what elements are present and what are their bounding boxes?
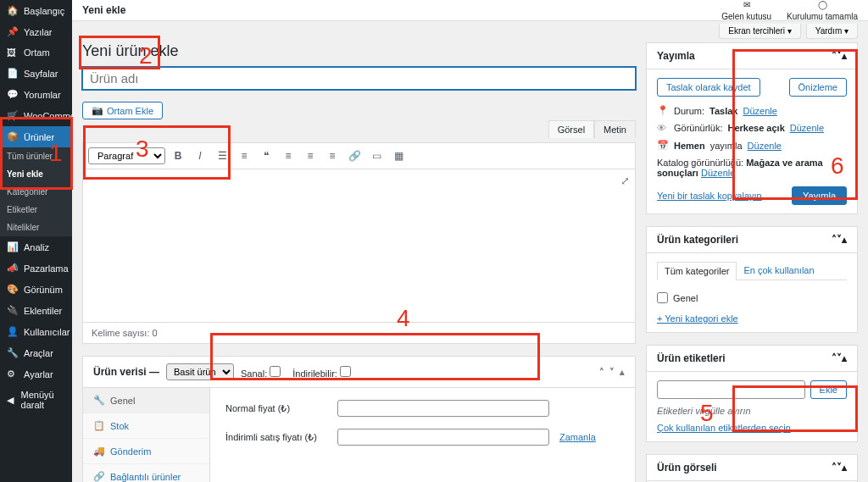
sub-attributes[interactable]: Nitelikler bbox=[0, 219, 72, 236]
home-icon: 🏠 bbox=[7, 5, 19, 16]
toggle-toolbar-button[interactable]: ▦ bbox=[389, 147, 408, 165]
sidebar-item-analytics[interactable]: 📊Analiz bbox=[0, 236, 72, 258]
sidebar-item-marketing[interactable]: 📣Pazarlama bbox=[0, 258, 72, 279]
cat-toggle-icon[interactable]: ▴ bbox=[842, 234, 847, 246]
editor-box: Paragraf B I ☰ ≡ ❝ ≡ ≡ ≡ 🔗 ▭ ▦ ⤢ Kelime … bbox=[82, 142, 636, 344]
pin-icon: 📌 bbox=[7, 26, 19, 37]
topbar: Yeni ekle ✉Gelen kutusu ◯Kurulumu tamaml… bbox=[72, 0, 868, 21]
sub-all-products[interactable]: Tüm ürünler bbox=[0, 147, 72, 165]
align-right-button[interactable]: ≡ bbox=[323, 147, 342, 165]
chart-icon: 📊 bbox=[7, 241, 19, 252]
cat-tab-all[interactable]: Tüm kategoriler bbox=[657, 262, 737, 280]
edit-catalog-link[interactable]: Düzenle bbox=[701, 168, 735, 178]
editor-tab-text[interactable]: Metin bbox=[594, 120, 636, 138]
pd-tab-inventory[interactable]: 📋 Stok bbox=[83, 413, 209, 439]
product-icon: 📦 bbox=[7, 131, 19, 142]
pd-tab-linked[interactable]: 🔗 Bağlantılı ürünler bbox=[83, 464, 209, 482]
bold-button[interactable]: B bbox=[169, 147, 187, 165]
sidebar-item-settings[interactable]: ⚙Ayarlar bbox=[0, 363, 72, 385]
editor-toolbar: Paragraf B I ☰ ≡ ❝ ≡ ≡ ≡ 🔗 ▭ ▦ bbox=[83, 143, 635, 169]
product-type-select[interactable]: Basit ürün bbox=[166, 363, 234, 380]
box-down-icon[interactable]: ˅ bbox=[609, 367, 615, 378]
cat-tab-used[interactable]: En çok kullanılan bbox=[737, 262, 821, 280]
users-icon: 👤 bbox=[7, 326, 19, 337]
setup-icon: ◯ bbox=[817, 0, 828, 11]
sidebar-submenu: Tüm ürünler Yeni ekle Kategoriler Etiket… bbox=[0, 147, 72, 236]
sidebar-item-users[interactable]: 👤Kullanıcılar bbox=[0, 321, 72, 342]
choose-tags-link[interactable]: Çok kullanılan etiketlerden seçin bbox=[657, 423, 791, 433]
sidebar-item-posts[interactable]: 📌Yazılar bbox=[0, 21, 72, 42]
add-category-link[interactable]: + Yeni kategori ekle bbox=[657, 313, 738, 324]
expand-icon[interactable]: ⤢ bbox=[620, 175, 630, 187]
box-up-icon[interactable]: ˄ bbox=[599, 367, 604, 378]
inbox-link[interactable]: ✉Gelen kutusu bbox=[721, 0, 771, 21]
italic-button[interactable]: I bbox=[191, 147, 209, 165]
preview-button[interactable]: Önizleme bbox=[789, 78, 847, 97]
publish-box: Yayımla˄˅▴ Taslak olarak kaydet Önizleme… bbox=[646, 42, 858, 214]
page-icon: 📄 bbox=[7, 68, 19, 79]
sub-tags[interactable]: Etiketler bbox=[0, 201, 72, 219]
paragraph-select[interactable]: Paragraf bbox=[88, 147, 165, 164]
appearance-icon: 🎨 bbox=[7, 284, 19, 295]
sidebar-item-collapse[interactable]: ◀Menüyü daralt bbox=[0, 385, 72, 415]
pd-tab-shipping[interactable]: 🚚 Gönderim bbox=[83, 439, 209, 464]
ul-button[interactable]: ☰ bbox=[213, 147, 231, 165]
screen-options-btn[interactable]: Ekran tercihleri ▾ bbox=[719, 24, 800, 39]
copy-draft-link[interactable]: Yeni bir taslak kopyalayın bbox=[657, 191, 762, 201]
add-media-button[interactable]: 📷Ortam Ekle bbox=[82, 102, 163, 119]
breadcrumb: Yeni ekle bbox=[82, 4, 125, 16]
align-center-button[interactable]: ≡ bbox=[301, 147, 320, 165]
add-tag-button[interactable]: Ekle bbox=[810, 380, 847, 399]
regular-price-input[interactable] bbox=[337, 400, 549, 417]
sidebar-item-products[interactable]: 📦Ürünler bbox=[0, 126, 72, 147]
sidebar-item-tools[interactable]: 🔧Araçlar bbox=[0, 342, 72, 363]
help-btn[interactable]: Yardım ▾ bbox=[806, 24, 858, 39]
word-count: Kelime sayısı: 0 bbox=[83, 322, 635, 343]
publish-heading: Yayımla bbox=[657, 50, 695, 62]
sidebar-item-appearance[interactable]: 🎨Görünüm bbox=[0, 279, 72, 300]
tags-heading: Ürün etiketleri bbox=[657, 352, 726, 364]
sub-categories[interactable]: Kategoriler bbox=[0, 183, 72, 201]
publish-button[interactable]: Yayımla bbox=[792, 186, 847, 205]
downloadable-checkbox-label[interactable]: İndirilebilir: bbox=[292, 366, 351, 379]
sidebar-item-home[interactable]: 🏠Başlangıç bbox=[0, 0, 72, 21]
regular-price-label: Normal fiyat (₺) bbox=[225, 403, 327, 414]
sidebar-item-pages[interactable]: 📄Sayfalar bbox=[0, 63, 72, 84]
categories-heading: Ürün kategorileri bbox=[657, 234, 738, 246]
virtual-checkbox[interactable] bbox=[270, 366, 281, 377]
tag-input[interactable] bbox=[657, 380, 805, 399]
sidebar-item-comments[interactable]: 💬Yorumlar bbox=[0, 84, 72, 105]
cat-checkbox-genel[interactable] bbox=[657, 292, 668, 303]
setup-link[interactable]: ◯Kurulumu tamamla bbox=[787, 0, 858, 21]
product-image-box: Ürün görseli˄˅▴ Ürün resmini ayarla bbox=[646, 454, 858, 482]
sale-price-input[interactable] bbox=[337, 429, 549, 446]
quote-button[interactable]: ❝ bbox=[257, 147, 275, 165]
editor-textarea[interactable]: ⤢ bbox=[83, 169, 635, 322]
downloadable-checkbox[interactable] bbox=[340, 366, 351, 377]
more-button[interactable]: ▭ bbox=[367, 147, 386, 165]
sidebar-item-woocommerce[interactable]: 🛒WooCommerce bbox=[0, 105, 72, 126]
virtual-checkbox-label[interactable]: Sanal: bbox=[241, 366, 281, 379]
megaphone-icon: 📣 bbox=[7, 263, 19, 274]
sidebar-item-plugins[interactable]: 🔌Eklentiler bbox=[0, 300, 72, 321]
sub-add-new[interactable]: Yeni ekle bbox=[0, 165, 72, 183]
edit-visibility-link[interactable]: Düzenle bbox=[790, 123, 824, 133]
sidebar-item-media[interactable]: 🖼Ortam bbox=[0, 42, 72, 63]
align-left-button[interactable]: ≡ bbox=[279, 147, 298, 165]
edit-date-link[interactable]: Düzenle bbox=[748, 141, 782, 151]
edit-status-link[interactable]: Düzenle bbox=[743, 106, 777, 116]
sale-price-label: İndirimli satış fiyatı (₺) bbox=[225, 432, 327, 443]
product-title-input[interactable] bbox=[82, 67, 636, 90]
tag-toggle-icon[interactable]: ▴ bbox=[842, 352, 847, 364]
calendar-icon: 📅 bbox=[657, 140, 669, 151]
box-toggle-icon[interactable]: ▴ bbox=[620, 367, 625, 378]
tags-box: Ürün etiketleri˄˅▴ Ekle Etiketleri virgü… bbox=[646, 345, 858, 442]
save-draft-button[interactable]: Taslak olarak kaydet bbox=[657, 78, 760, 97]
img-toggle-icon[interactable]: ▴ bbox=[842, 462, 847, 474]
ol-button[interactable]: ≡ bbox=[235, 147, 253, 165]
editor-tab-visual[interactable]: Görsel bbox=[548, 120, 594, 138]
schedule-link[interactable]: Zamanla bbox=[559, 432, 596, 442]
pd-tab-general[interactable]: 🔧 Genel bbox=[83, 388, 209, 413]
pb-toggle-icon[interactable]: ▴ bbox=[842, 50, 847, 62]
link-button[interactable]: 🔗 bbox=[345, 147, 364, 165]
